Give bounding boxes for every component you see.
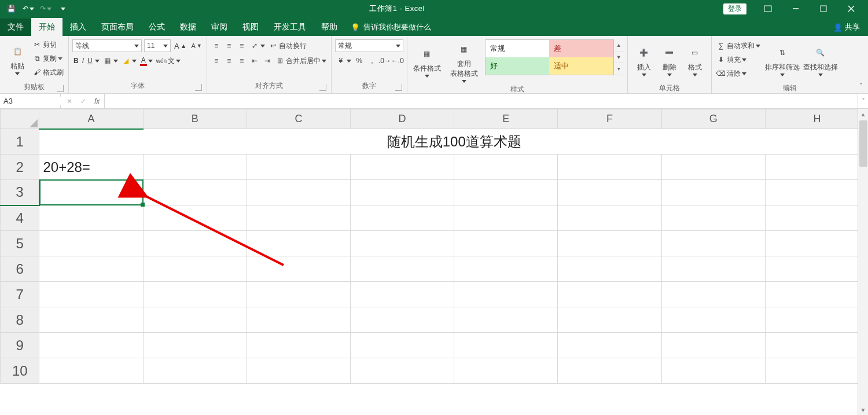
name-box[interactable] (0, 94, 61, 108)
cell[interactable] (39, 333, 143, 358)
cell-a3-selected[interactable] (39, 180, 143, 205)
cell-h3[interactable] (765, 180, 858, 205)
qat-undo-button[interactable]: ↶ (21, 1, 36, 16)
cell-style-neutral[interactable]: 适中 (549, 57, 613, 75)
wrap-text-button[interactable]: ↩自动换行 (267, 39, 308, 52)
select-all-button[interactable] (1, 109, 39, 129)
copy-button[interactable]: ⧉复制 (31, 52, 65, 65)
dialog-launcher[interactable] (319, 84, 326, 91)
cell[interactable] (454, 358, 558, 384)
row-header-4[interactable]: 4 (1, 205, 39, 231)
cell[interactable] (661, 307, 765, 333)
decrease-decimal-button[interactable]: ←.0 (392, 54, 403, 67)
cell-b3[interactable] (143, 180, 247, 205)
cell[interactable] (765, 205, 858, 231)
conditional-format-button[interactable]: ▦ 条件格式 (411, 39, 443, 83)
cell[interactable] (39, 205, 143, 231)
cell[interactable] (143, 358, 247, 384)
minimize-button[interactable] (782, 0, 809, 17)
cell[interactable] (765, 231, 858, 256)
tab-help[interactable]: 帮助 (314, 19, 345, 36)
cancel-formula-button[interactable]: ✕ (67, 97, 72, 105)
sort-filter-button[interactable]: ⇅排序和筛选 (765, 38, 800, 82)
row-header-10[interactable]: 10 (1, 358, 39, 384)
qat-customize-button[interactable] (56, 1, 71, 16)
cell-b2[interactable] (143, 155, 247, 180)
cell-e3[interactable] (454, 180, 558, 205)
cell[interactable] (143, 231, 247, 256)
cell[interactable] (454, 282, 558, 307)
maximize-button[interactable] (810, 0, 837, 17)
align-middle-button[interactable]: ≡ (223, 39, 235, 52)
tab-page-layout[interactable]: 页面布局 (94, 19, 141, 36)
cell[interactable] (39, 358, 143, 384)
decrease-indent-button[interactable]: ⇤ (249, 54, 260, 67)
cell[interactable] (351, 256, 454, 282)
clear-button[interactable]: ⌫清除 (715, 67, 762, 80)
col-header-g[interactable]: G (661, 109, 765, 129)
dialog-launcher[interactable] (195, 84, 202, 91)
tab-data[interactable]: 数据 (172, 19, 204, 36)
find-select-button[interactable]: 🔍查找和选择 (803, 38, 838, 82)
qat-redo-button[interactable]: ↷ (38, 1, 53, 16)
font-color-button[interactable]: A (139, 54, 154, 67)
underline-button[interactable]: U (86, 54, 101, 67)
cell[interactable] (351, 333, 454, 358)
cut-button[interactable]: ✂剪切 (31, 38, 65, 51)
row-header-1[interactable]: 1 (1, 129, 39, 155)
cell-h2[interactable] (765, 155, 858, 180)
cell-d3[interactable] (351, 180, 454, 205)
cell[interactable] (454, 231, 558, 256)
cell-f2[interactable] (558, 155, 661, 180)
tab-home[interactable]: 开始 (31, 18, 62, 36)
cell[interactable] (558, 205, 661, 231)
col-header-c[interactable]: C (247, 109, 350, 129)
cell[interactable] (39, 231, 143, 256)
cell-e2[interactable] (454, 155, 558, 180)
cell[interactable] (247, 256, 350, 282)
cell-style-bad[interactable]: 差 (549, 40, 613, 57)
border-button[interactable]: ▦ (102, 54, 119, 67)
increase-font-button[interactable]: A▲ (173, 39, 187, 52)
ribbon-display-options-button[interactable] (755, 0, 781, 17)
cell-a2[interactable]: 20+28= (39, 155, 143, 180)
cell[interactable] (351, 282, 454, 307)
increase-decimal-button[interactable]: .0→ (379, 54, 391, 67)
cell-g2[interactable] (661, 155, 765, 180)
dialog-launcher[interactable] (395, 84, 402, 91)
col-header-e[interactable]: E (454, 109, 558, 129)
format-as-table-button[interactable]: ▦ 套用 表格格式 (447, 39, 481, 83)
worksheet-grid[interactable]: A B C D E F G H 1 随机生成100道算术题 2 20+28= (0, 109, 858, 415)
login-button[interactable]: 登录 (723, 3, 746, 14)
decrease-font-button[interactable]: A▼ (190, 39, 203, 52)
cell[interactable] (247, 282, 350, 307)
col-header-a[interactable]: A (39, 109, 143, 129)
expand-formula-bar-button[interactable]: ˅ (858, 94, 868, 108)
align-center-button[interactable]: ≡ (223, 54, 235, 67)
tab-insert[interactable]: 插入 (62, 19, 94, 36)
cell[interactable] (661, 358, 765, 384)
row-header-7[interactable]: 7 (1, 282, 39, 307)
align-top-button[interactable]: ≡ (211, 39, 222, 52)
cell-g3[interactable] (661, 180, 765, 205)
close-button[interactable] (838, 0, 865, 17)
autosum-button[interactable]: ∑自动求和 (715, 39, 762, 52)
cell-c3[interactable] (247, 180, 350, 205)
insert-function-button[interactable]: fx (94, 97, 100, 105)
comma-button[interactable]: , (366, 54, 378, 67)
accounting-format-button[interactable]: ¥ (335, 54, 352, 67)
cell[interactable] (765, 256, 858, 282)
scroll-up-button[interactable]: ▲ (858, 109, 868, 119)
row-header-8[interactable]: 8 (1, 307, 39, 333)
vertical-scrollbar[interactable]: ▲ ▼ (858, 109, 868, 415)
cell[interactable] (558, 256, 661, 282)
cell[interactable] (454, 205, 558, 231)
cell-style-good[interactable]: 好 (486, 57, 549, 75)
cell[interactable] (351, 205, 454, 231)
cell[interactable] (143, 307, 247, 333)
tab-review[interactable]: 审阅 (204, 19, 235, 36)
row-header-5[interactable]: 5 (1, 231, 39, 256)
increase-indent-button[interactable]: ⇥ (262, 54, 273, 67)
cell[interactable] (558, 307, 661, 333)
cell[interactable] (351, 231, 454, 256)
